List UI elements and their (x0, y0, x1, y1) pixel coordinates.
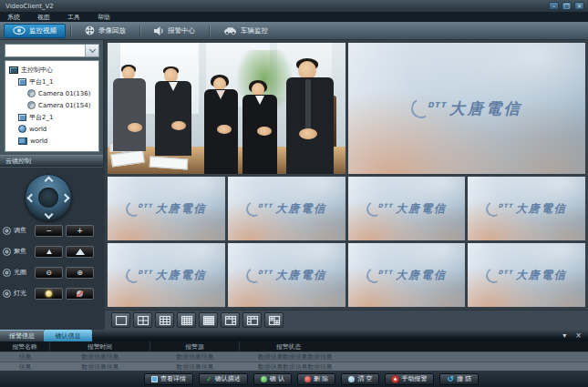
video-tile[interactable]: DTT大唐電信 (348, 243, 466, 307)
tab-label: 报警信息 (9, 331, 35, 341)
layout-25-button[interactable] (199, 312, 218, 328)
datang-logo: DTT大唐電信 (108, 177, 225, 240)
view-detail-button[interactable]: 查看详情 (144, 373, 193, 385)
datang-logo: DTT大唐電信 (228, 243, 346, 307)
disarm-button[interactable]: ↺ 撤 防 (439, 373, 479, 385)
manual-alarm-button[interactable]: 手动报警 (385, 373, 434, 385)
video-tile[interactable]: DTT大唐電信 (348, 177, 466, 240)
focus-icon (3, 248, 11, 256)
live-video-tile[interactable] (108, 43, 346, 174)
tab-confirm-info[interactable]: 确认信息 (44, 330, 92, 341)
delete-button[interactable]: 删 除 (297, 373, 335, 385)
layout-1-button[interactable] (111, 312, 130, 328)
ptz-down-arrow[interactable] (45, 210, 54, 219)
monitor-icon (9, 66, 18, 74)
confirm-description-button[interactable]: ✓ 确认描述 (199, 373, 248, 385)
ptz-up-arrow[interactable] (45, 177, 54, 186)
zoom-out-button[interactable]: − (35, 225, 63, 237)
layout-16-button[interactable] (177, 312, 196, 328)
datang-logo-name: 大唐電信 (396, 268, 447, 283)
cell-alarm-status: 数据信息数据信息数据信息 (240, 352, 588, 362)
datang-logo-name: 大唐電信 (275, 268, 326, 283)
video-tile[interactable]: DTT大唐電信 (228, 177, 346, 240)
maximize-button[interactable]: □ (562, 2, 572, 10)
device-combo-input[interactable] (5, 45, 85, 56)
tree-item-camera-154[interactable]: Camera 01(154) (7, 99, 98, 111)
collapse-panel-icon[interactable]: ▾ (562, 331, 566, 341)
alarm-tab-bar: 报警信息 确认信息 ▾ × (0, 330, 588, 341)
combo-dropdown-button[interactable] (85, 45, 98, 56)
tab-vehicle-monitor[interactable]: 车辆监控 (214, 24, 277, 38)
video-tile[interactable]: DTT大唐電信 (228, 243, 346, 307)
video-tile[interactable]: DTT大唐電信 (108, 243, 225, 307)
col-alarm-time: 报警时间 (50, 341, 150, 351)
cell-alarm-name: 信息 (0, 352, 50, 362)
close-panel-icon[interactable]: × (575, 331, 582, 341)
layout-split-button[interactable] (264, 312, 284, 328)
ptz-left-arrow[interactable] (27, 194, 36, 203)
video-tile[interactable]: DTT大唐電信 (468, 243, 585, 307)
iris-open-button[interactable]: ⊕ (66, 267, 94, 279)
datang-logo: DTT大唐電信 (228, 177, 346, 240)
focus-near-button[interactable] (35, 246, 63, 258)
camera-icon (27, 89, 36, 97)
tree-item-world-1[interactable]: world (7, 123, 98, 135)
tree-item-control-center[interactable]: 主控制中心 (7, 64, 98, 76)
focus-far-button[interactable] (66, 246, 94, 258)
button-label: 清 空 (357, 374, 372, 383)
tree-item-world-2[interactable]: world (7, 135, 98, 147)
menu-tools[interactable]: 工具 (67, 13, 80, 22)
col-alarm-status: 报警状态 (240, 341, 588, 351)
confirm-icon (261, 376, 267, 382)
layout-big-left-button[interactable] (221, 312, 240, 328)
iris-close-button[interactable]: ⊖ (35, 267, 63, 279)
bulb-on-icon (46, 290, 52, 297)
light-on-button[interactable] (35, 288, 63, 300)
minimize-button[interactable]: – (549, 2, 559, 10)
video-tile[interactable]: DTT大唐電信 (108, 177, 225, 240)
tree-item-platform1[interactable]: 平台1_1 (7, 76, 98, 87)
layout-4-button[interactable] (133, 312, 152, 328)
button-label: 撤 防 (457, 374, 471, 383)
datang-logo: DTT大唐電信 (348, 177, 466, 240)
tree-item-platform2[interactable]: 平台2_1 (7, 111, 98, 123)
tree-item-camera-136[interactable]: Camera 01(136) (7, 87, 98, 99)
layout-9-button[interactable] (155, 312, 174, 328)
eye-icon (13, 26, 26, 35)
button-label: 确 认 (270, 374, 284, 383)
clear-button[interactable]: 清 空 (341, 373, 379, 385)
button-label: 确认描述 (215, 374, 241, 383)
cell-alarm-time: 数据信息信息 (50, 352, 150, 362)
tab-alarm-center[interactable]: 报警中心 (145, 24, 204, 38)
light-off-button[interactable] (66, 288, 94, 300)
check-icon: ✓ (206, 376, 212, 382)
layout-big-right-button[interactable] (242, 312, 262, 328)
tab-playback[interactable]: 录像回放 (76, 24, 135, 38)
datang-logo-name: 大唐電信 (275, 201, 326, 217)
menu-view[interactable]: 视图 (37, 13, 50, 22)
disarm-icon: ↺ (447, 375, 454, 382)
delete-icon (304, 376, 311, 382)
video-tile[interactable]: DTT 大唐電信 (348, 43, 586, 174)
confirm-button[interactable]: 确 认 (253, 373, 292, 385)
tree-label: Camera 01(136) (38, 90, 90, 97)
ptz-zoom-row: 调焦 − + (3, 224, 101, 237)
alarm-panel-controls: ▾ × (562, 331, 582, 341)
mountain-icon (76, 249, 85, 255)
bulb-off-icon (77, 290, 83, 297)
video-tile[interactable]: DTT大唐電信 (468, 177, 585, 240)
tab-label: 报警中心 (168, 26, 195, 36)
zoom-in-button[interactable]: + (66, 225, 94, 237)
close-button[interactable]: × (574, 2, 584, 10)
tab-alarm-info[interactable]: 报警信息 (0, 330, 44, 341)
menu-help[interactable]: 帮助 (98, 13, 110, 22)
ptz-right-arrow[interactable] (61, 194, 70, 203)
menu-system[interactable]: 系统 (7, 13, 20, 22)
zoom-icon (3, 227, 11, 235)
table-row[interactable]: 信息 数据信息信息 数据信息信息 数据信息数据信息数据信息 (0, 351, 588, 362)
ptz-row-label: 聚焦 (14, 247, 32, 256)
video-client-window: VideoClient_V2 – □ × 系统 视图 工具 帮助 监控视频 (0, 0, 588, 387)
tab-live-video[interactable]: 监控视频 (4, 24, 66, 38)
focus-near-icon (46, 250, 52, 254)
alarm-table-header: 报警名称 报警时间 报警源 报警状态 (0, 341, 588, 351)
